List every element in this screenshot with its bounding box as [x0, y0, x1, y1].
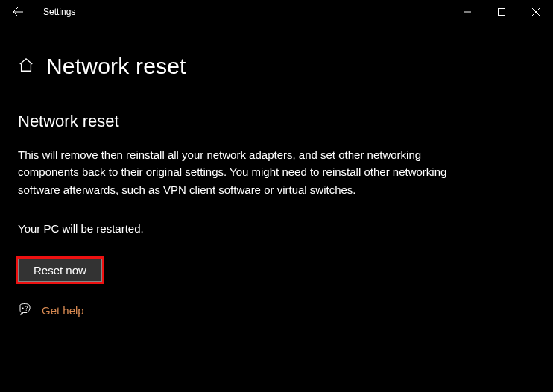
minimize-button[interactable] — [450, 0, 484, 24]
svg-point-5 — [26, 309, 27, 310]
help-row: Get help — [18, 303, 535, 319]
titlebar: Settings — [0, 0, 553, 24]
svg-rect-1 — [499, 9, 505, 16]
close-icon — [532, 8, 540, 16]
back-arrow-icon — [12, 6, 24, 18]
content-area: Network reset Network reset This will re… — [0, 24, 553, 319]
restart-note: Your PC will be restarted. — [18, 222, 535, 235]
page-title: Network reset — [46, 54, 186, 79]
back-button[interactable] — [6, 0, 30, 24]
description-text: This will remove then reinstall all your… — [18, 146, 458, 198]
svg-point-4 — [22, 307, 24, 309]
help-icon — [18, 303, 31, 319]
get-help-link[interactable]: Get help — [42, 304, 84, 317]
home-icon — [18, 57, 34, 76]
maximize-icon — [498, 8, 505, 16]
maximize-button[interactable] — [484, 0, 519, 24]
close-button[interactable] — [519, 0, 553, 24]
page-header: Network reset — [18, 54, 535, 79]
section-heading: Network reset — [18, 112, 535, 131]
window-title: Settings — [43, 7, 75, 17]
reset-now-button[interactable]: Reset now — [18, 259, 102, 282]
minimize-icon — [464, 8, 471, 16]
window-controls — [450, 0, 553, 24]
